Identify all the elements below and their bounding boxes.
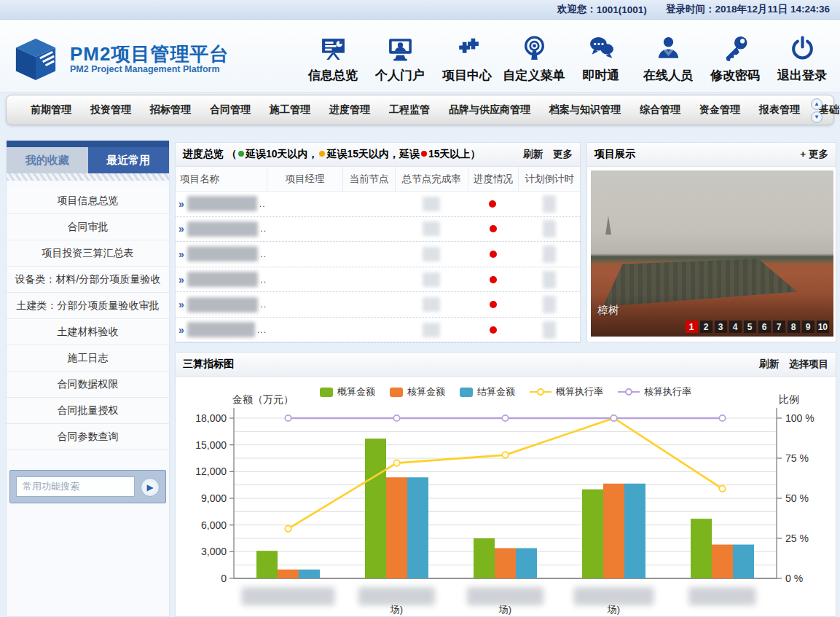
svg-text:9,000: 9,000 [201,492,227,504]
expand-arrow-icon[interactable]: » [178,274,184,286]
name-ellipsis: .. [260,275,267,285]
header-menu-item-退出登录[interactable]: 退出登录 [769,28,836,84]
name-ellipsis: ... [257,325,267,335]
column-header-项目名称: 项目名称 [176,167,267,191]
login-time-value: 2018年12月11日 14:24:36 [715,3,830,16]
svg-text:25 %: 25 % [785,532,809,544]
redacted-rate [423,197,440,211]
nav-item-施工管理[interactable]: 施工管理 [260,103,320,117]
expand-arrow-icon[interactable]: » [178,198,184,210]
page-button-10[interactable]: 10 [817,321,829,333]
svg-text:12,000: 12,000 [195,465,227,477]
sidebar-item-合同批量授权[interactable]: 合同批量授权 [7,398,169,424]
sidebar-item-项目投资三算汇总表[interactable]: 项目投资三算汇总表 [7,240,169,267]
page-button-5[interactable]: 5 [744,321,756,333]
nav-item-综合管理[interactable]: 综合管理 [630,103,690,117]
table-row[interactable]: ».. [176,217,580,243]
sidebar-tab-最近常用[interactable]: 最近常用 [88,147,170,173]
project-manager-cell [267,267,343,292]
table-row[interactable]: ».. [176,192,580,217]
nav-scroll-up-icon[interactable]: ▲ [811,98,823,110]
page-button-6[interactable]: 6 [758,321,771,333]
sidebar-item-土建类：分部分项质量验收审批[interactable]: 土建类：分部分项质量验收审批 [7,293,169,319]
current-node-cell [343,267,396,292]
nav-items: 前期管理投资管理招标管理合同管理施工管理进度管理工程监管品牌与供应商管理档案与知… [21,103,840,117]
sidebar-menu-list: 项目信息总览合同审批项目投资三算汇总表设备类：材料/分部分项质量验收土建类：分部… [7,188,169,450]
header-menu-label: 个人门户 [375,67,425,84]
header-menu-item-项目中心[interactable]: 项目中心 [433,28,501,84]
page-button-3[interactable]: 3 [715,321,727,333]
nav-item-进度管理[interactable]: 进度管理 [320,103,380,117]
svg-text:6,000: 6,000 [201,519,227,531]
search-go-icon[interactable]: ▶ [141,478,160,497]
header-menu-item-在线人员[interactable]: 在线人员 [635,28,702,84]
page-button-4[interactable]: 4 [729,321,742,333]
countdown-cell [518,292,580,317]
header-menu-item-修改密码[interactable]: 修改密码 [702,28,769,84]
sidebar-item-合同数据权限[interactable]: 合同数据权限 [7,372,169,398]
svg-text:场): 场) [390,604,403,615]
sidebar-item-设备类：材料/分部分项质量验收[interactable]: 设备类：材料/分部分项质量验收 [7,267,169,293]
nav-item-报表管理[interactable]: 报表管理 [750,103,809,117]
completion-rate-cell [395,318,468,342]
instant-message-icon [588,28,615,62]
project-showcase-panel: 项目展示 + 更多 樟树 12345678910 [586,142,836,342]
page-button-1[interactable]: 1 [686,321,698,333]
nav-item-工程监管[interactable]: 工程监管 [380,103,439,117]
progress-status-cell [468,217,519,242]
expand-arrow-icon[interactable]: » [178,248,184,260]
change-password-icon [722,28,749,62]
header-menu-item-信息总览[interactable]: 信息总览 [299,28,366,84]
sidebar-item-合同参数查询[interactable]: 合同参数查询 [7,424,169,450]
nav-item-合同管理[interactable]: 合同管理 [200,103,260,117]
expand-arrow-icon[interactable]: » [178,299,184,310]
search-input[interactable]: 常用功能搜索 [16,476,135,497]
sidebar-tab-我的收藏[interactable]: 我的收藏 [7,147,88,173]
nav-item-档案与知识管理[interactable]: 档案与知识管理 [540,103,630,117]
header-menu-item-即时通[interactable]: 即时通 [568,28,635,84]
table-row[interactable]: ».. [176,292,580,318]
progress-status-cell [468,292,519,317]
page-button-7[interactable]: 7 [773,321,785,333]
refresh-link[interactable]: 刷新 [523,148,543,161]
countdown-cell [518,242,580,267]
project-manager-cell [267,292,343,317]
project-manager-cell [267,242,343,267]
table-row[interactable]: ».. [176,242,580,267]
nav-item-前期管理[interactable]: 前期管理 [21,103,81,117]
showcase-photo[interactable]: 樟树 12345678910 [591,170,833,337]
expand-arrow-icon[interactable]: » [178,223,184,235]
expand-arrow-icon[interactable]: » [178,324,184,336]
nav-scroll-down-icon[interactable]: ▼ [811,111,823,123]
table-row[interactable]: ».. [176,267,580,293]
sidebar-item-土建材料验收[interactable]: 土建材料验收 [7,319,169,345]
chart-select-project-link[interactable]: 选择项目 [789,358,828,371]
nav-item-资金管理[interactable]: 资金管理 [690,103,750,117]
svg-text:100 %: 100 % [785,412,815,424]
redacted-project-name [187,196,257,211]
header-menu-label: 即时通 [583,67,620,84]
sidebar-item-合同审批[interactable]: 合同审批 [7,214,169,240]
current-node-cell [343,292,396,317]
nav-item-投资管理[interactable]: 投资管理 [81,103,141,117]
progress-status-cell [468,192,519,216]
sidebar-item-施工日志[interactable]: 施工日志 [7,345,169,372]
sidebar-tabs: 我的收藏最近常用 [7,147,169,173]
page-button-9[interactable]: 9 [802,321,815,333]
header-menu-item-自定义菜单[interactable]: 自定义菜单 [501,28,568,84]
redacted-countdown [543,296,556,313]
table-row[interactable]: »... [176,318,580,343]
progress-panel-title: 进度总览 （延误10天以内，延误15天以内，延误15天以上） [183,148,481,161]
header-menu-item-个人门户[interactable]: 个人门户 [366,28,433,84]
chart-refresh-link[interactable]: 刷新 [759,358,779,371]
progress-table-body: »..»..»..»..»..»... [176,192,580,343]
nav-item-招标管理[interactable]: 招标管理 [141,103,200,117]
status-dot [421,151,427,157]
sidebar-item-项目信息总览[interactable]: 项目信息总览 [7,188,169,214]
page-button-2[interactable]: 2 [700,321,713,333]
more-link[interactable]: 更多 [553,148,573,161]
showcase-more-link[interactable]: + 更多 [800,148,828,161]
current-node-cell [342,192,395,216]
nav-item-品牌与供应商管理[interactable]: 品牌与供应商管理 [439,103,540,117]
page-button-8[interactable]: 8 [788,321,800,333]
